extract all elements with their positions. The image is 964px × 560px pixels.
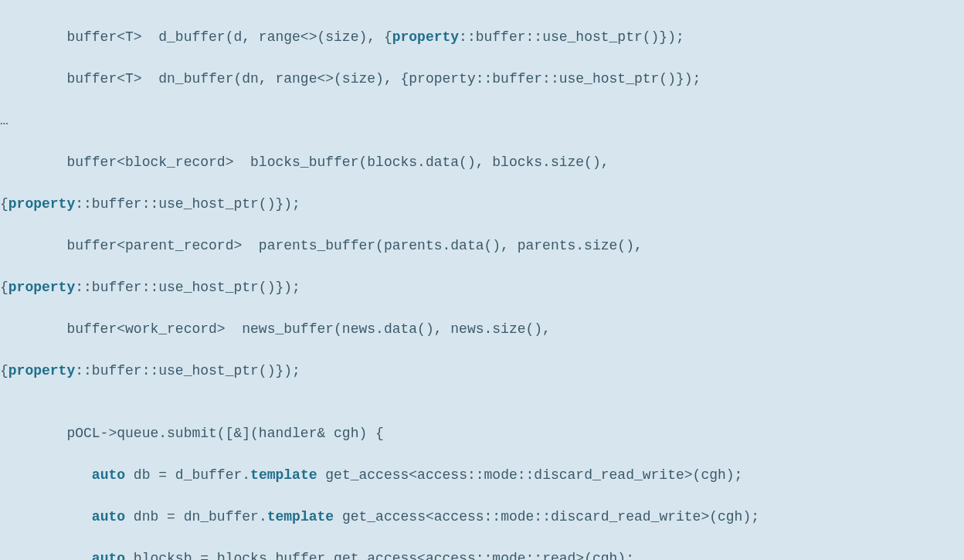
- code-text: ::buffer::use_host_ptr()});: [75, 363, 300, 378]
- code-line: auto blocksb = blocks_buffer.get_access<…: [0, 548, 964, 560]
- code-line: …: [0, 110, 964, 131]
- code-text: buffer<parent_record> parents_buffer(par…: [0, 238, 643, 253]
- keyword-property: property: [8, 363, 75, 378]
- code-text: ::buffer::use_host_ptr()});: [75, 196, 300, 212]
- keyword-template: template: [250, 467, 317, 483]
- code-text: [0, 509, 92, 524]
- code-line: buffer<T> dn_buffer(dn, range<>(size), {…: [0, 69, 964, 90]
- code-line: auto dnb = dn_buffer.template get_access…: [0, 507, 964, 528]
- code-line: buffer<parent_record> parents_buffer(par…: [0, 236, 964, 256]
- code-text: buffer<work_record> news_buffer(news.dat…: [0, 321, 551, 337]
- keyword-auto: auto: [92, 509, 125, 524]
- code-text: buffer<T> d_buffer(d, range<>(size), {: [0, 29, 392, 45]
- code-text: ::buffer::use_host_ptr()});: [75, 280, 300, 295]
- keyword-property: property: [392, 29, 459, 45]
- code-text: buffer<T> dn_buffer(dn, range<>(size), {…: [0, 71, 701, 87]
- code-text: buffer<block_record> blocks_buffer(block…: [0, 154, 609, 170]
- code-line: buffer<block_record> blocks_buffer(block…: [0, 152, 964, 173]
- code-text: dnb = dn_buffer.: [125, 509, 267, 524]
- code-block: buffer<T> d_buffer(d, range<>(size), {pr…: [0, 0, 964, 560]
- code-text: ::buffer::use_host_ptr()});: [459, 29, 684, 45]
- code-text: [0, 551, 92, 560]
- code-text: pOCL->queue.submit([&](handler& cgh) {: [0, 426, 384, 441]
- code-line: buffer<T> d_buffer(d, range<>(size), {pr…: [0, 27, 964, 48]
- code-line: {property::buffer::use_host_ptr()});: [0, 194, 964, 215]
- code-line: buffer<work_record> news_buffer(news.dat…: [0, 319, 964, 340]
- code-line: {property::buffer::use_host_ptr()});: [0, 361, 964, 382]
- code-text: get_access<access::mode::discard_read_wr…: [334, 509, 759, 524]
- code-text: …: [0, 113, 8, 128]
- code-text: {: [0, 196, 8, 212]
- code-text: [0, 467, 92, 483]
- code-text: {: [0, 280, 8, 295]
- code-text: get_access<access::mode::discard_read_wr…: [317, 467, 743, 483]
- keyword-property: property: [8, 196, 75, 212]
- keyword-property: property: [8, 280, 75, 295]
- code-line: pOCL->queue.submit([&](handler& cgh) {: [0, 423, 964, 444]
- keyword-auto: auto: [92, 551, 125, 560]
- keyword-template: template: [267, 509, 334, 524]
- code-text: db = d_buffer.: [125, 467, 250, 483]
- code-text: blocksb = blocks_buffer.get_access<acces…: [125, 551, 634, 560]
- code-line: auto db = d_buffer.template get_access<a…: [0, 465, 964, 486]
- code-line: {property::buffer::use_host_ptr()});: [0, 277, 964, 298]
- keyword-auto: auto: [92, 467, 125, 483]
- code-text: {: [0, 363, 8, 378]
